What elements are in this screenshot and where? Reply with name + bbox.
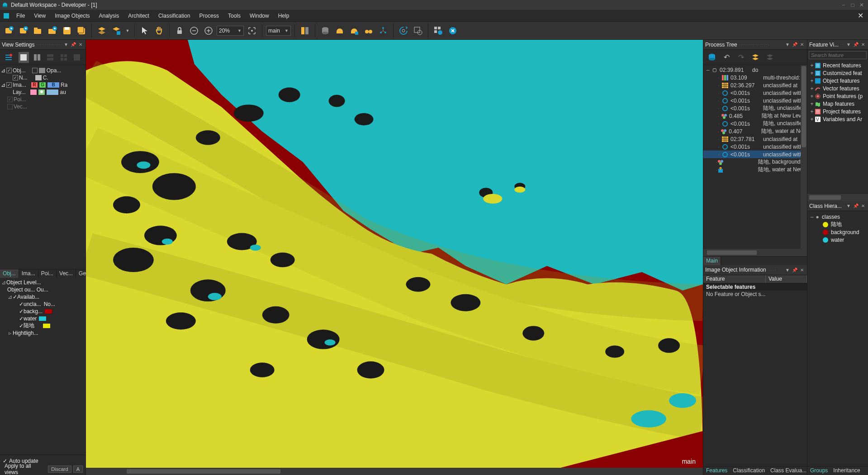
panel-menu-button[interactable]: ▼ bbox=[63, 42, 69, 48]
fv-pin-button[interactable]: 📌 bbox=[853, 42, 859, 48]
backg-checkbox[interactable]: ✓ bbox=[19, 308, 24, 315]
helmet1-button[interactable] bbox=[333, 24, 346, 37]
vs-layout2-button[interactable] bbox=[31, 52, 43, 63]
menu-process[interactable]: Process bbox=[195, 11, 223, 21]
zoom-combo[interactable]: 20%▼ bbox=[217, 26, 244, 36]
menu-architect[interactable]: Architect bbox=[123, 11, 154, 21]
vs-layout3-button[interactable] bbox=[45, 52, 57, 63]
layer-combo[interactable]: main▼ bbox=[266, 26, 291, 36]
close-window-button[interactable]: ✕ bbox=[857, 2, 866, 8]
process-row[interactable]: ·陆地, background, water at N bbox=[703, 158, 807, 166]
panel-close-button[interactable]: ✕ bbox=[77, 42, 84, 48]
vs-layout1-button[interactable] bbox=[18, 52, 30, 63]
feature-tree-item[interactable]: +Point features (p bbox=[809, 92, 866, 100]
ch-close-button[interactable]: ✕ bbox=[860, 203, 866, 209]
pt-close-button[interactable]: ✕ bbox=[799, 42, 805, 48]
backg-label[interactable]: backg... bbox=[24, 308, 43, 315]
menu-analysis[interactable]: Analysis bbox=[95, 11, 124, 21]
class-hierarchy-tree[interactable]: –●classes 陆地 background water bbox=[807, 211, 868, 466]
ch-pin-button[interactable]: 📌 bbox=[853, 203, 859, 209]
pt-menu-button[interactable]: ▼ bbox=[784, 42, 791, 48]
maximize-button[interactable]: □ bbox=[848, 2, 857, 8]
pt-v-scrollbar[interactable] bbox=[801, 65, 807, 249]
menu-file[interactable]: File bbox=[12, 11, 29, 21]
n-checkbox[interactable]: ✓ bbox=[13, 75, 18, 80]
ch-root[interactable]: classes bbox=[822, 214, 840, 220]
process-row[interactable]: ·03.109multi-threshold: c bbox=[703, 74, 807, 81]
panel-pin-button[interactable]: 📌 bbox=[70, 42, 76, 48]
ch-land[interactable]: 陆地 bbox=[831, 221, 842, 228]
fv-menu-button[interactable]: ▼ bbox=[845, 42, 852, 48]
ch-menu-button[interactable]: ▼ bbox=[845, 203, 852, 209]
highlight-label[interactable]: Hightligh... bbox=[13, 330, 38, 336]
pt-layers-button[interactable] bbox=[749, 52, 761, 63]
ioi-close-button[interactable]: ✕ bbox=[799, 267, 805, 273]
pt-undo-button[interactable]: ↶ bbox=[721, 52, 732, 63]
object-ou[interactable]: Object ou... Ou... bbox=[7, 287, 48, 293]
fv-h-scrollbar[interactable] bbox=[807, 194, 868, 201]
land-checkbox[interactable]: ✓ bbox=[19, 323, 24, 329]
pt-pin-button[interactable]: 📌 bbox=[792, 42, 798, 48]
left-tab-vec[interactable]: Vec... bbox=[57, 269, 76, 278]
menu-help[interactable]: Help bbox=[274, 11, 294, 21]
avail-checkbox[interactable]: ✓ bbox=[13, 294, 17, 300]
cursor-tool-button[interactable] bbox=[138, 24, 151, 37]
ioi-tab-features[interactable]: Features bbox=[703, 466, 730, 475]
process-row[interactable]: ·<0.001sunclassified with bbox=[703, 150, 807, 158]
left-tab-obj[interactable]: Obj... bbox=[0, 269, 19, 278]
split-vert-button[interactable] bbox=[299, 24, 311, 37]
process-row[interactable]: –▢02:39.891do bbox=[703, 66, 807, 74]
ioi-col-value[interactable]: Value bbox=[766, 275, 807, 283]
g-chip[interactable]: G bbox=[39, 82, 46, 88]
process-row[interactable]: ·0.485陆地 at New Level: bbox=[703, 112, 807, 120]
toolbar-layers2-button[interactable] bbox=[110, 24, 123, 37]
pt-main-tab[interactable]: Main bbox=[703, 257, 721, 265]
vs-layout5-button[interactable] bbox=[71, 52, 83, 63]
process-row[interactable]: ·<0.001sunclassified with bbox=[703, 89, 807, 97]
feature-tree-item[interactable]: +Customized feat bbox=[809, 69, 866, 77]
ioi-col-feature[interactable]: Feature bbox=[703, 275, 766, 283]
feature-tree-item[interactable]: +Object features bbox=[809, 77, 866, 85]
pt-redo-button[interactable]: ↷ bbox=[735, 52, 747, 63]
feature-view-tree[interactable]: +Recent features+Customized feat+Object … bbox=[807, 61, 868, 194]
toolbar-new2-button[interactable] bbox=[17, 24, 30, 37]
avail-label[interactable]: Availab... bbox=[17, 294, 39, 300]
process-row[interactable]: ·陆地, water at New Level: exp bbox=[703, 166, 807, 174]
opa-checkbox[interactable] bbox=[32, 68, 38, 73]
object-level-root[interactable]: Object Level... bbox=[6, 279, 41, 286]
feature-tree-item[interactable]: +Map features bbox=[809, 100, 866, 108]
ch-tab-groups[interactable]: Groups bbox=[807, 466, 830, 475]
toolbar-saveall-button[interactable] bbox=[75, 24, 88, 37]
feature-search-input[interactable] bbox=[809, 51, 867, 59]
b-chip[interactable]: B bbox=[47, 82, 60, 88]
close-document-button[interactable]: ✕ bbox=[855, 11, 865, 21]
ima-checkbox[interactable]: ✓ bbox=[6, 82, 12, 88]
obj-checkbox[interactable]: ✓ bbox=[6, 68, 12, 73]
left-tab-poi[interactable]: Poi... bbox=[38, 269, 57, 278]
map-canvas[interactable]: main bbox=[86, 40, 703, 468]
vs-add-button[interactable] bbox=[3, 52, 14, 63]
ioi-tab-classification[interactable]: Classification bbox=[730, 466, 768, 475]
left-tab-ima[interactable]: Ima... bbox=[19, 269, 38, 278]
uncla-label[interactable]: uncla... bbox=[24, 301, 41, 307]
land-label[interactable]: 陆地 bbox=[24, 322, 34, 329]
grid-settings-button[interactable] bbox=[432, 24, 445, 37]
process-row[interactable]: ·02:37.781unclassified at bbox=[703, 135, 807, 143]
uncla-checkbox[interactable]: ✓ bbox=[19, 301, 24, 307]
toolbar-layers-button[interactable] bbox=[95, 24, 108, 37]
menu-image-objects[interactable]: Image Objects bbox=[50, 11, 94, 21]
menu-window[interactable]: Window bbox=[245, 11, 274, 21]
feature-tree-item[interactable]: +VVariables and Ar bbox=[809, 115, 866, 123]
toolbar-open-plus-button[interactable] bbox=[46, 24, 59, 37]
fit-button[interactable] bbox=[246, 24, 258, 37]
pt-h-scrollbar[interactable] bbox=[703, 249, 807, 256]
process-row[interactable]: ·<0.001s陆地, unclassifiec bbox=[703, 120, 807, 127]
discard-button[interactable]: Discard bbox=[48, 466, 71, 473]
feature-tree-item[interactable]: +Recent features bbox=[809, 61, 866, 69]
r-chip[interactable]: R bbox=[31, 82, 38, 88]
pt-layers-dim-button[interactable] bbox=[764, 52, 776, 63]
process-row[interactable]: ·<0.001s陆地, unclassifiec bbox=[703, 104, 807, 112]
zoom-region-button[interactable] bbox=[412, 24, 424, 37]
process-row[interactable]: ·<0.001sunclassified with bbox=[703, 97, 807, 104]
helmet2-button[interactable] bbox=[348, 24, 360, 37]
